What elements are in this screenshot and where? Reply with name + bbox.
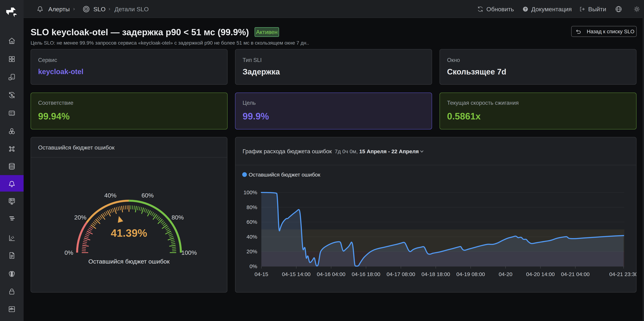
svg-text:40%: 40% (246, 234, 257, 240)
svg-text:100%: 100% (182, 249, 197, 256)
svg-text:80%: 80% (172, 214, 184, 221)
svg-text:04-21 04:00: 04-21 04:00 (561, 271, 590, 277)
svg-text:Оставшийся бюджет ошибок: Оставшийся бюджет ошибок (249, 172, 320, 178)
svg-text:40%: 40% (104, 192, 116, 199)
svg-text:20%: 20% (246, 248, 257, 254)
svg-text:41.39%: 41.39% (111, 227, 147, 239)
svg-text:04-15 14:00: 04-15 14:00 (282, 271, 310, 277)
svg-text:$: $ (11, 93, 13, 97)
svg-text:04-15: 04-15 (254, 271, 268, 277)
svg-text:100%: 100% (244, 189, 257, 195)
svg-text:?: ? (524, 7, 527, 11)
svg-text:04-16 18:00: 04-16 18:00 (352, 271, 380, 277)
svg-text:60%: 60% (142, 192, 154, 199)
svg-text:04-19 08:00: 04-19 08:00 (456, 271, 485, 277)
svg-text:04-17 08:00: 04-17 08:00 (386, 271, 415, 277)
svg-text:0%: 0% (64, 249, 73, 256)
svg-text:20%: 20% (74, 214, 86, 221)
svg-text:04-16 04:00: 04-16 04:00 (317, 271, 346, 277)
svg-text:80%: 80% (246, 204, 257, 210)
svg-text:0%: 0% (250, 263, 257, 269)
svg-text:60%: 60% (246, 219, 257, 225)
svg-text:04-20 14:00: 04-20 14:00 (526, 271, 555, 277)
svg-text:04-18 18:00: 04-18 18:00 (422, 271, 450, 277)
svg-text:04-20: 04-20 (499, 271, 512, 277)
svg-text:Оставшийся бюджет ошибок: Оставшийся бюджет ошибок (88, 258, 170, 265)
svg-text:04-21 23:30: 04-21 23:30 (609, 271, 636, 277)
